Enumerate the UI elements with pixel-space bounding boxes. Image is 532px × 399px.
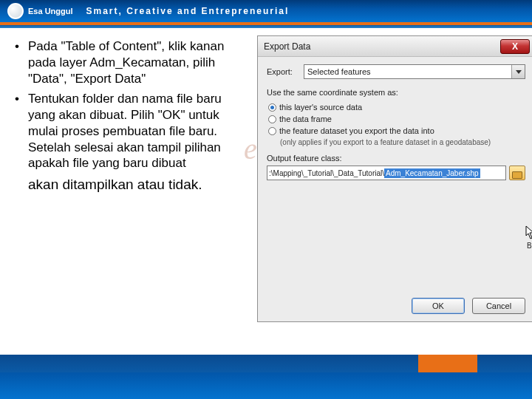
- bullet-item: Tentukan folder dan nama file baru yang …: [15, 91, 250, 171]
- radio-label: the data frame: [279, 115, 332, 123]
- coord-hint: Use the same coordinate system as:: [267, 88, 525, 97]
- radio-icon[interactable]: [268, 115, 276, 123]
- cursor-icon: [525, 225, 532, 240]
- output-path-field[interactable]: :\Mapping\_Tutorial\_Data_Tutorial\Adm_K…: [267, 166, 506, 180]
- slide-body: espeta.blogspo Pada "Table of Content", …: [0, 28, 532, 358]
- radio-source-data[interactable]: this layer's source data: [268, 103, 525, 112]
- footer-accent: [418, 355, 477, 372]
- bullet-continuation: akan ditampilkan atau tidak.: [15, 176, 250, 194]
- export-data-dialog: Export Data X Export: Selected features …: [257, 35, 532, 322]
- export-select-value: Selected features: [307, 67, 371, 76]
- radio-icon[interactable]: [268, 103, 276, 112]
- radio-icon[interactable]: [268, 127, 276, 135]
- path-filename: Adm_Kecamatan_Jaber.shp: [384, 168, 480, 178]
- ok-button[interactable]: OK: [412, 298, 465, 314]
- path-prefix: :\Mapping\_Tutorial\_Data_Tutorial\: [269, 169, 384, 177]
- export-label: Export:: [267, 67, 304, 76]
- slide-footer: [0, 355, 532, 399]
- slide-header: Esa Unggul Smart, Creative and Entrepren…: [0, 0, 532, 25]
- close-button[interactable]: X: [500, 39, 530, 54]
- browse-tooltip: Br: [527, 242, 532, 250]
- instruction-text: Pada "Table of Content", klik kanan pada…: [15, 38, 250, 358]
- radio-feature-dataset[interactable]: the feature dataset you export the data …: [268, 126, 525, 135]
- dialog-title: Export Data: [264, 41, 310, 52]
- export-select[interactable]: Selected features: [304, 64, 525, 79]
- chevron-down-icon[interactable]: [511, 65, 525, 78]
- radio-label: this layer's source data: [279, 103, 362, 112]
- cancel-button[interactable]: Cancel: [472, 298, 525, 314]
- brand-name: Esa Unggul: [28, 7, 73, 16]
- radio-label: the feature dataset you export the data …: [279, 126, 434, 135]
- dialog-titlebar[interactable]: Export Data X: [258, 36, 532, 57]
- bullet-item: Pada "Table of Content", klik kanan pada…: [15, 38, 250, 86]
- radio-sub-hint: (only applies if you export to a feature…: [280, 138, 525, 146]
- radio-data-frame[interactable]: the data frame: [268, 115, 525, 123]
- close-icon: X: [512, 41, 518, 52]
- logo-icon: [7, 3, 24, 19]
- output-label: Output feature class:: [267, 154, 525, 163]
- browse-button[interactable]: [509, 166, 525, 180]
- tagline: Smart, Creative and Entrepreneurial: [86, 6, 290, 16]
